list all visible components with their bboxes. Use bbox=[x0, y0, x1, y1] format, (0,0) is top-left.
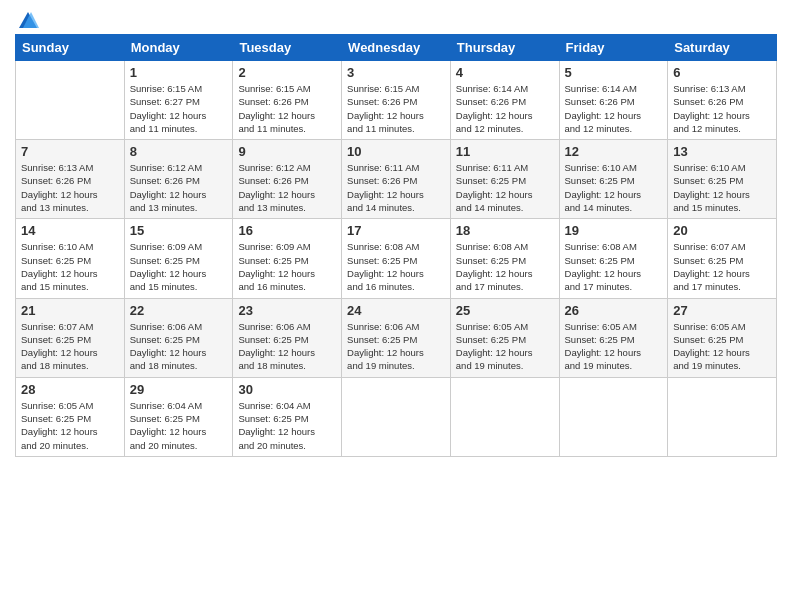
calendar-cell bbox=[668, 377, 777, 456]
day-number: 15 bbox=[130, 223, 228, 238]
calendar-table: SundayMondayTuesdayWednesdayThursdayFrid… bbox=[15, 34, 777, 457]
calendar-cell: 20Sunrise: 6:07 AMSunset: 6:25 PMDayligh… bbox=[668, 219, 777, 298]
day-info: Sunrise: 6:14 AMSunset: 6:26 PMDaylight:… bbox=[565, 82, 663, 135]
day-info: Sunrise: 6:12 AMSunset: 6:26 PMDaylight:… bbox=[238, 161, 336, 214]
day-info: Sunrise: 6:11 AMSunset: 6:25 PMDaylight:… bbox=[456, 161, 554, 214]
calendar-cell: 18Sunrise: 6:08 AMSunset: 6:25 PMDayligh… bbox=[450, 219, 559, 298]
day-info: Sunrise: 6:06 AMSunset: 6:25 PMDaylight:… bbox=[130, 320, 228, 373]
calendar-cell bbox=[342, 377, 451, 456]
calendar-week-row: 21Sunrise: 6:07 AMSunset: 6:25 PMDayligh… bbox=[16, 298, 777, 377]
calendar-cell: 10Sunrise: 6:11 AMSunset: 6:26 PMDayligh… bbox=[342, 140, 451, 219]
day-number: 21 bbox=[21, 303, 119, 318]
day-number: 2 bbox=[238, 65, 336, 80]
calendar-cell: 22Sunrise: 6:06 AMSunset: 6:25 PMDayligh… bbox=[124, 298, 233, 377]
day-number: 25 bbox=[456, 303, 554, 318]
day-info: Sunrise: 6:05 AMSunset: 6:25 PMDaylight:… bbox=[456, 320, 554, 373]
day-header-monday: Monday bbox=[124, 35, 233, 61]
header-area bbox=[15, 10, 777, 28]
day-number: 6 bbox=[673, 65, 771, 80]
calendar-cell: 11Sunrise: 6:11 AMSunset: 6:25 PMDayligh… bbox=[450, 140, 559, 219]
day-number: 20 bbox=[673, 223, 771, 238]
calendar-cell: 13Sunrise: 6:10 AMSunset: 6:25 PMDayligh… bbox=[668, 140, 777, 219]
day-header-sunday: Sunday bbox=[16, 35, 125, 61]
day-header-wednesday: Wednesday bbox=[342, 35, 451, 61]
day-info: Sunrise: 6:15 AMSunset: 6:26 PMDaylight:… bbox=[238, 82, 336, 135]
day-info: Sunrise: 6:11 AMSunset: 6:26 PMDaylight:… bbox=[347, 161, 445, 214]
calendar-cell: 2Sunrise: 6:15 AMSunset: 6:26 PMDaylight… bbox=[233, 61, 342, 140]
calendar-cell: 8Sunrise: 6:12 AMSunset: 6:26 PMDaylight… bbox=[124, 140, 233, 219]
day-info: Sunrise: 6:09 AMSunset: 6:25 PMDaylight:… bbox=[130, 240, 228, 293]
day-info: Sunrise: 6:10 AMSunset: 6:25 PMDaylight:… bbox=[565, 161, 663, 214]
day-number: 24 bbox=[347, 303, 445, 318]
calendar-week-row: 14Sunrise: 6:10 AMSunset: 6:25 PMDayligh… bbox=[16, 219, 777, 298]
day-header-saturday: Saturday bbox=[668, 35, 777, 61]
day-info: Sunrise: 6:13 AMSunset: 6:26 PMDaylight:… bbox=[21, 161, 119, 214]
calendar-cell: 28Sunrise: 6:05 AMSunset: 6:25 PMDayligh… bbox=[16, 377, 125, 456]
calendar-cell: 30Sunrise: 6:04 AMSunset: 6:25 PMDayligh… bbox=[233, 377, 342, 456]
day-number: 29 bbox=[130, 382, 228, 397]
day-info: Sunrise: 6:08 AMSunset: 6:25 PMDaylight:… bbox=[565, 240, 663, 293]
calendar-cell bbox=[450, 377, 559, 456]
calendar-cell: 14Sunrise: 6:10 AMSunset: 6:25 PMDayligh… bbox=[16, 219, 125, 298]
day-info: Sunrise: 6:06 AMSunset: 6:25 PMDaylight:… bbox=[238, 320, 336, 373]
calendar-week-row: 7Sunrise: 6:13 AMSunset: 6:26 PMDaylight… bbox=[16, 140, 777, 219]
day-number: 28 bbox=[21, 382, 119, 397]
day-header-friday: Friday bbox=[559, 35, 668, 61]
day-info: Sunrise: 6:09 AMSunset: 6:25 PMDaylight:… bbox=[238, 240, 336, 293]
day-info: Sunrise: 6:10 AMSunset: 6:25 PMDaylight:… bbox=[673, 161, 771, 214]
calendar-cell: 25Sunrise: 6:05 AMSunset: 6:25 PMDayligh… bbox=[450, 298, 559, 377]
day-number: 26 bbox=[565, 303, 663, 318]
calendar-cell: 5Sunrise: 6:14 AMSunset: 6:26 PMDaylight… bbox=[559, 61, 668, 140]
day-info: Sunrise: 6:15 AMSunset: 6:27 PMDaylight:… bbox=[130, 82, 228, 135]
day-number: 19 bbox=[565, 223, 663, 238]
day-number: 10 bbox=[347, 144, 445, 159]
day-number: 11 bbox=[456, 144, 554, 159]
day-number: 18 bbox=[456, 223, 554, 238]
calendar-cell: 21Sunrise: 6:07 AMSunset: 6:25 PMDayligh… bbox=[16, 298, 125, 377]
day-number: 27 bbox=[673, 303, 771, 318]
day-info: Sunrise: 6:07 AMSunset: 6:25 PMDaylight:… bbox=[21, 320, 119, 373]
day-info: Sunrise: 6:15 AMSunset: 6:26 PMDaylight:… bbox=[347, 82, 445, 135]
calendar-cell bbox=[559, 377, 668, 456]
calendar-cell: 27Sunrise: 6:05 AMSunset: 6:25 PMDayligh… bbox=[668, 298, 777, 377]
calendar-cell: 23Sunrise: 6:06 AMSunset: 6:25 PMDayligh… bbox=[233, 298, 342, 377]
page: SundayMondayTuesdayWednesdayThursdayFrid… bbox=[0, 0, 792, 612]
calendar-cell: 3Sunrise: 6:15 AMSunset: 6:26 PMDaylight… bbox=[342, 61, 451, 140]
calendar-cell: 29Sunrise: 6:04 AMSunset: 6:25 PMDayligh… bbox=[124, 377, 233, 456]
calendar-cell: 7Sunrise: 6:13 AMSunset: 6:26 PMDaylight… bbox=[16, 140, 125, 219]
days-header-row: SundayMondayTuesdayWednesdayThursdayFrid… bbox=[16, 35, 777, 61]
day-number: 13 bbox=[673, 144, 771, 159]
calendar-cell: 16Sunrise: 6:09 AMSunset: 6:25 PMDayligh… bbox=[233, 219, 342, 298]
calendar-cell: 24Sunrise: 6:06 AMSunset: 6:25 PMDayligh… bbox=[342, 298, 451, 377]
calendar-cell: 12Sunrise: 6:10 AMSunset: 6:25 PMDayligh… bbox=[559, 140, 668, 219]
calendar-cell: 17Sunrise: 6:08 AMSunset: 6:25 PMDayligh… bbox=[342, 219, 451, 298]
calendar-week-row: 1Sunrise: 6:15 AMSunset: 6:27 PMDaylight… bbox=[16, 61, 777, 140]
day-info: Sunrise: 6:12 AMSunset: 6:26 PMDaylight:… bbox=[130, 161, 228, 214]
day-number: 1 bbox=[130, 65, 228, 80]
calendar-week-row: 28Sunrise: 6:05 AMSunset: 6:25 PMDayligh… bbox=[16, 377, 777, 456]
day-number: 9 bbox=[238, 144, 336, 159]
day-number: 30 bbox=[238, 382, 336, 397]
logo bbox=[15, 10, 39, 28]
calendar-cell: 15Sunrise: 6:09 AMSunset: 6:25 PMDayligh… bbox=[124, 219, 233, 298]
day-number: 7 bbox=[21, 144, 119, 159]
logo-icon bbox=[17, 10, 39, 32]
day-info: Sunrise: 6:05 AMSunset: 6:25 PMDaylight:… bbox=[673, 320, 771, 373]
day-info: Sunrise: 6:04 AMSunset: 6:25 PMDaylight:… bbox=[130, 399, 228, 452]
day-info: Sunrise: 6:10 AMSunset: 6:25 PMDaylight:… bbox=[21, 240, 119, 293]
day-info: Sunrise: 6:14 AMSunset: 6:26 PMDaylight:… bbox=[456, 82, 554, 135]
day-number: 14 bbox=[21, 223, 119, 238]
day-number: 4 bbox=[456, 65, 554, 80]
day-number: 17 bbox=[347, 223, 445, 238]
day-number: 22 bbox=[130, 303, 228, 318]
day-number: 23 bbox=[238, 303, 336, 318]
day-number: 3 bbox=[347, 65, 445, 80]
calendar-cell: 1Sunrise: 6:15 AMSunset: 6:27 PMDaylight… bbox=[124, 61, 233, 140]
day-info: Sunrise: 6:05 AMSunset: 6:25 PMDaylight:… bbox=[21, 399, 119, 452]
calendar-cell: 6Sunrise: 6:13 AMSunset: 6:26 PMDaylight… bbox=[668, 61, 777, 140]
calendar-cell bbox=[16, 61, 125, 140]
calendar-cell: 26Sunrise: 6:05 AMSunset: 6:25 PMDayligh… bbox=[559, 298, 668, 377]
day-number: 16 bbox=[238, 223, 336, 238]
day-number: 5 bbox=[565, 65, 663, 80]
day-info: Sunrise: 6:05 AMSunset: 6:25 PMDaylight:… bbox=[565, 320, 663, 373]
